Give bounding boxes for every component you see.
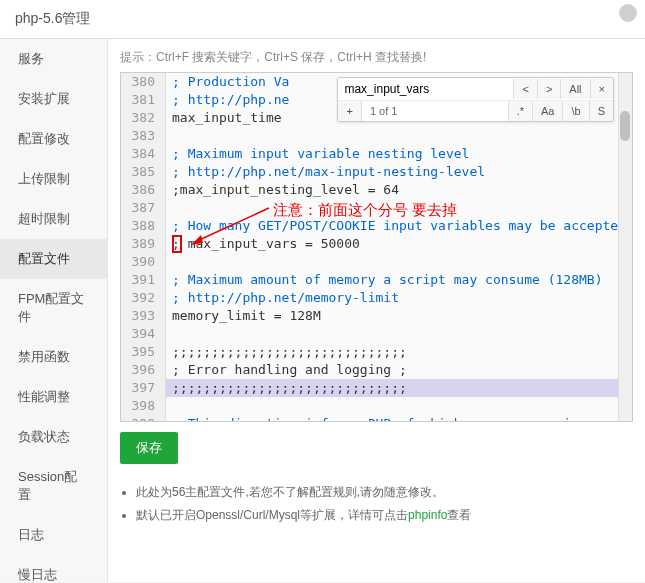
search-prev-button[interactable]: < (513, 79, 536, 99)
code-line[interactable]: 386;max_input_nesting_level = 64 (121, 181, 632, 199)
code-text (166, 127, 632, 145)
line-number: 380 (121, 73, 166, 91)
note-item: 此处为56主配置文件,若您不了解配置规则,请勿随意修改。 (136, 484, 633, 501)
sidebar-item-7[interactable]: 禁用函数 (0, 337, 107, 377)
search-next-button[interactable]: > (537, 79, 560, 99)
hint-text: 提示：Ctrl+F 搜索关键字，Ctrl+S 保存，Ctrl+H 查找替换! (120, 49, 633, 66)
code-line[interactable]: 397;;;;;;;;;;;;;;;;;;;;;;;;;;;;;; (121, 379, 632, 397)
code-line[interactable]: 383 (121, 127, 632, 145)
code-line[interactable]: 384; Maximum input variable nesting leve… (121, 145, 632, 163)
line-number: 390 (121, 253, 166, 271)
line-number: 386 (121, 181, 166, 199)
code-text: ;;;;;;;;;;;;;;;;;;;;;;;;;;;;;; (166, 343, 632, 361)
code-text (166, 397, 632, 415)
code-line[interactable]: 387 (121, 199, 632, 217)
line-number: 388 (121, 217, 166, 235)
code-text: ; Maximum input variable nesting level (166, 145, 632, 163)
sidebar: 服务安装扩展配置修改上传限制超时限制配置文件FPM配置文件禁用函数性能调整负载状… (0, 39, 108, 582)
sidebar-item-8[interactable]: 性能调整 (0, 377, 107, 417)
line-number: 382 (121, 109, 166, 127)
code-line[interactable]: 398 (121, 397, 632, 415)
line-number: 398 (121, 397, 166, 415)
save-button[interactable]: 保存 (120, 432, 178, 464)
phpinfo-link[interactable]: phpinfo (408, 508, 447, 522)
code-text (166, 253, 632, 271)
search-selection-toggle[interactable]: S (589, 101, 613, 121)
line-number: 387 (121, 199, 166, 217)
sidebar-item-12[interactable]: 慢日志 (0, 555, 107, 582)
line-number: 383 (121, 127, 166, 145)
line-number: 385 (121, 163, 166, 181)
line-number: 391 (121, 271, 166, 289)
search-expand-button[interactable]: + (338, 101, 361, 121)
code-text (166, 325, 632, 343)
search-regex-toggle[interactable]: .* (508, 101, 532, 121)
code-text: ; Maximum amount of memory a script may … (166, 271, 632, 289)
search-case-toggle[interactable]: Aa (532, 101, 562, 121)
search-input[interactable] (338, 78, 513, 100)
code-line[interactable]: 389; max_input_vars = 50000 (121, 235, 632, 253)
search-count: 1 of 1 (362, 101, 508, 121)
code-text: ;;;;;;;;;;;;;;;;;;;;;;;;;;;;;; (166, 379, 632, 397)
page-title: php-5.6管理 (0, 0, 645, 39)
sidebar-item-10[interactable]: Session配置 (0, 457, 107, 515)
sidebar-item-6[interactable]: FPM配置文件 (0, 279, 107, 337)
line-number: 395 (121, 343, 166, 361)
sidebar-item-9[interactable]: 负载状态 (0, 417, 107, 457)
line-number: 397 (121, 379, 166, 397)
code-text: ; http://php.net/max-input-nesting-level (166, 163, 632, 181)
line-number: 389 (121, 235, 166, 253)
code-line[interactable]: 392; http://php.net/memory-limit (121, 289, 632, 307)
code-line[interactable]: 395;;;;;;;;;;;;;;;;;;;;;;;;;;;;;; (121, 343, 632, 361)
line-number: 392 (121, 289, 166, 307)
code-editor[interactable]: < > All × + 1 of 1 .* Aa \b S 380; Produ… (120, 72, 633, 422)
close-icon[interactable] (619, 4, 637, 22)
code-text: ; How many GET/POST/COOKIE input variabl… (166, 217, 632, 235)
search-panel: < > All × + 1 of 1 .* Aa \b S (337, 77, 614, 122)
line-number: 399 (121, 415, 166, 421)
line-number: 394 (121, 325, 166, 343)
sidebar-item-0[interactable]: 服务 (0, 39, 107, 79)
line-number: 393 (121, 307, 166, 325)
line-number: 396 (121, 361, 166, 379)
sidebar-item-11[interactable]: 日志 (0, 515, 107, 555)
code-line[interactable]: 399; This directive informs PHP of which… (121, 415, 632, 421)
sidebar-item-2[interactable]: 配置修改 (0, 119, 107, 159)
code-text: ; max_input_vars = 50000 (166, 235, 632, 253)
code-line[interactable]: 391; Maximum amount of memory a script m… (121, 271, 632, 289)
code-text: ; Error handling and logging ; (166, 361, 632, 379)
sidebar-item-1[interactable]: 安装扩展 (0, 79, 107, 119)
code-line[interactable]: 390 (121, 253, 632, 271)
code-text: ;max_input_nesting_level = 64 (166, 181, 632, 199)
code-line[interactable]: 394 (121, 325, 632, 343)
line-number: 381 (121, 91, 166, 109)
code-text: ; This directive informs PHP of which er… (166, 415, 632, 421)
scroll-thumb[interactable] (620, 111, 630, 141)
code-line[interactable]: 388; How many GET/POST/COOKIE input vari… (121, 217, 632, 235)
code-text: ; http://php.net/memory-limit (166, 289, 632, 307)
sidebar-item-4[interactable]: 超时限制 (0, 199, 107, 239)
sidebar-item-3[interactable]: 上传限制 (0, 159, 107, 199)
sidebar-item-5[interactable]: 配置文件 (0, 239, 107, 279)
search-all-button[interactable]: All (560, 79, 589, 99)
notes-list: 此处为56主配置文件,若您不了解配置规则,请勿随意修改。 默认已开启Openss… (120, 478, 633, 530)
code-text (166, 199, 632, 217)
content-panel: 提示：Ctrl+F 搜索关键字，Ctrl+S 保存，Ctrl+H 查找替换! <… (108, 39, 645, 582)
scrollbar-vertical[interactable] (618, 73, 632, 421)
line-number: 384 (121, 145, 166, 163)
code-line[interactable]: 385; http://php.net/max-input-nesting-le… (121, 163, 632, 181)
code-line[interactable]: 396; Error handling and logging ; (121, 361, 632, 379)
code-text: memory_limit = 128M (166, 307, 632, 325)
search-word-toggle[interactable]: \b (562, 101, 588, 121)
search-close-button[interactable]: × (590, 79, 613, 99)
code-line[interactable]: 393memory_limit = 128M (121, 307, 632, 325)
note-item: 默认已开启Openssl/Curl/Mysql等扩展，详情可点击phpinfo查… (136, 507, 633, 524)
